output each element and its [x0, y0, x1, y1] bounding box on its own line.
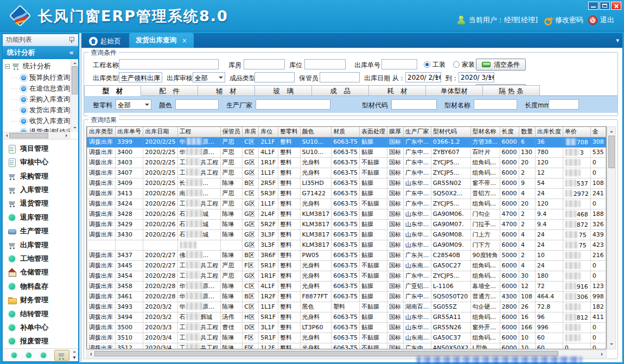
- table-cell[interactable]: 2L1F: [259, 137, 278, 147]
- table-cell[interactable]: 陈琳: [220, 281, 243, 291]
- table-cell[interactable]: 工共工程: [177, 322, 220, 333]
- whole-part-select[interactable]: 全部: [116, 99, 151, 110]
- table-cell[interactable]: 180: [535, 271, 563, 281]
- table-cell[interactable]: G区: [243, 240, 259, 250]
- table-cell[interactable]: 整料: [278, 260, 300, 271]
- table-cell[interactable]: 严思: [220, 199, 243, 209]
- table-cell[interactable]: 3407: [116, 168, 143, 178]
- table-cell[interactable]: 曹佳: [220, 322, 243, 333]
- sidebar-menu-item[interactable]: 报废管理: [3, 335, 78, 348]
- column-header[interactable]: 表面处理: [360, 127, 387, 137]
- table-cell[interactable]: 20: [519, 199, 536, 209]
- table-cell[interactable]: 708: [563, 137, 590, 147]
- results-vertical-scrollbar[interactable]: [607, 126, 616, 349]
- table-cell[interactable]: 整料: [278, 240, 300, 250]
- table-row[interactable]: 调拨出库35122020/3/4工共工程陈琳F区1L2F整料光身料6063-T5…: [87, 343, 606, 349]
- table-cell[interactable]: 贴膜: [360, 209, 387, 219]
- table-cell[interactable]: 广东中...: [403, 271, 431, 281]
- table-cell[interactable]: KLM3817: [300, 229, 332, 240]
- table-cell[interactable]: 石辉城: [177, 312, 220, 322]
- table-cell[interactable]: 调拨出库: [87, 302, 116, 312]
- column-header[interactable]: 保管员: [220, 127, 243, 137]
- order-no-input[interactable]: [381, 59, 417, 69]
- table-cell[interactable]: 不贴膜: [360, 343, 387, 349]
- table-cell[interactable]: 国标: [387, 343, 404, 349]
- table-cell[interactable]: 严思: [220, 260, 243, 271]
- table-cell[interactable]: 6000: [500, 199, 519, 209]
- table-cell[interactable]: GA90M06.: [431, 209, 470, 219]
- table-cell[interactable]: 工共工程: [177, 157, 220, 168]
- table-cell[interactable]: ZYCJP5...: [431, 157, 470, 168]
- table-cell[interactable]: 工共工程: [177, 199, 220, 209]
- table-cell[interactable]: 华原...: [177, 281, 220, 291]
- warehouse-input[interactable]: [244, 59, 285, 69]
- length-input[interactable]: [549, 99, 579, 110]
- column-header[interactable]: 型材名称: [470, 127, 500, 137]
- table-cell[interactable]: 12: [535, 168, 563, 178]
- table-cell[interactable]: 不贴膜: [360, 157, 387, 168]
- table-cell[interactable]: 1R1F: [259, 157, 278, 168]
- table-cell[interactable]: 0: [590, 199, 606, 209]
- table-cell[interactable]: 光身料: [300, 343, 332, 349]
- table-cell[interactable]: 石城: [177, 219, 220, 229]
- table-cell[interactable]: 3429: [116, 219, 143, 229]
- table-cell[interactable]: 0: [590, 157, 606, 168]
- table-cell[interactable]: 872: [563, 219, 590, 229]
- table-cell[interactable]: 光身料: [300, 199, 332, 209]
- table-cell[interactable]: 24: [535, 188, 563, 199]
- table-cell[interactable]: 6000: [500, 147, 519, 157]
- table-cell[interactable]: 贴膜: [360, 322, 387, 333]
- table-cell[interactable]: 国标: [387, 291, 404, 302]
- table-cell[interactable]: 贴膜: [360, 240, 387, 250]
- table-cell[interactable]: 3437: [116, 250, 143, 260]
- table-cell[interactable]: [143, 240, 177, 250]
- table-cell[interactable]: 窗外开...: [470, 322, 500, 333]
- table-cell[interactable]: 广东兴...: [403, 250, 431, 260]
- table-cell[interactable]: B区: [243, 291, 259, 302]
- table-cell[interactable]: 2020/2/25: [143, 168, 177, 178]
- table-cell[interactable]: 326: [590, 219, 606, 229]
- tree-item[interactable]: 预算执行查询: [4, 72, 70, 83]
- table-cell[interactable]: 16: [519, 312, 536, 322]
- table-cell[interactable]: 3454: [116, 271, 143, 281]
- scroll-right-icon[interactable]: [66, 134, 69, 137]
- product-type-input[interactable]: [254, 72, 295, 82]
- column-header[interactable]: 膜厚: [387, 127, 404, 137]
- table-cell[interactable]: 组角码...: [470, 199, 500, 209]
- table-cell[interactable]: 组角码...: [470, 333, 500, 343]
- table-cell[interactable]: 国标: [387, 188, 404, 199]
- table-cell[interactable]: 幕墙全...: [470, 281, 500, 291]
- table-cell[interactable]: 组角码...: [470, 168, 500, 178]
- table-cell[interactable]: SG055Z: [431, 302, 470, 312]
- material-tab[interactable]: 玻 璃: [255, 85, 312, 96]
- scrollbar-thumb[interactable]: [72, 66, 78, 94]
- table-cell[interactable]: 24: [535, 240, 563, 250]
- table-cell[interactable]: 2972: [563, 188, 590, 199]
- table-cell[interactable]: 整料: [278, 250, 300, 260]
- table-cell[interactable]: 门上方: [470, 229, 500, 240]
- scroll-left-icon[interactable]: [4, 134, 8, 137]
- date-to-picker[interactable]: 2020/ 3/16: [459, 72, 494, 82]
- table-cell[interactable]: [220, 240, 243, 250]
- table-cell[interactable]: 3L3F: [259, 229, 278, 240]
- table-cell[interactable]: 5R1F: [259, 312, 278, 322]
- table-cell[interactable]: C区: [243, 147, 259, 157]
- table-cell[interactable]: 2: [519, 168, 536, 178]
- table-cell[interactable]: 2020/3/4: [143, 333, 177, 343]
- manufacturer-input[interactable]: [256, 99, 330, 110]
- scrollbar-thumb[interactable]: [608, 136, 615, 168]
- scroll-up-icon[interactable]: [73, 61, 77, 64]
- dot-icon[interactable]: [40, 352, 47, 359]
- material-tab[interactable]: 辅 材: [198, 85, 255, 96]
- table-cell[interactable]: 国标: [387, 137, 404, 147]
- table-cell[interactable]: 2020/2/28: [143, 281, 177, 291]
- tab-close-icon[interactable]: ×: [182, 37, 187, 44]
- table-cell[interactable]: GR55N02: [431, 178, 470, 188]
- table-cell[interactable]: 广东中...: [403, 157, 431, 168]
- table-cell[interactable]: [563, 322, 590, 333]
- color-input[interactable]: [175, 99, 219, 110]
- table-cell[interactable]: 整料: [278, 188, 300, 199]
- minimize-button[interactable]: [588, 2, 598, 10]
- table-cell[interactable]: 国标: [387, 209, 404, 219]
- table-cell[interactable]: G区: [243, 229, 259, 240]
